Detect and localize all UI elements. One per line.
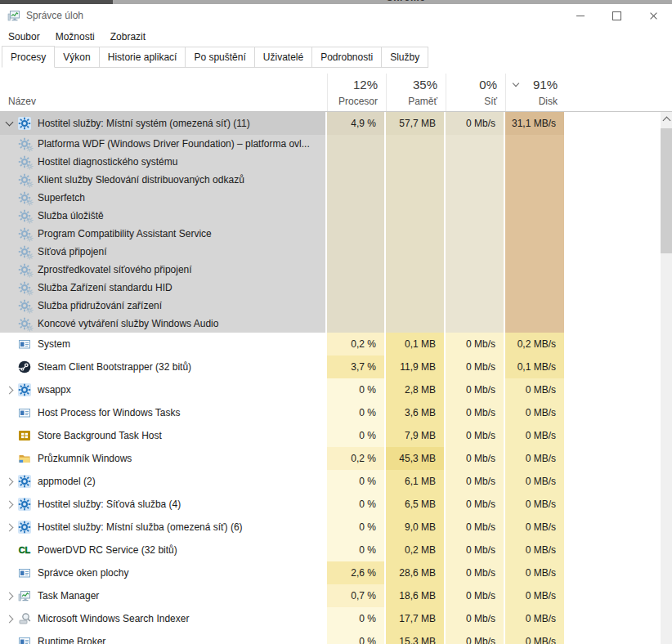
process-row[interactable]: wsappx 0 % 2,8 MB 0 Mb/s 0 MB/s — [0, 378, 661, 401]
chevron-right-icon[interactable] — [6, 386, 14, 394]
taskmgr-icon — [18, 589, 31, 602]
process-row[interactable]: Hostitel služby: Místní služba (omezená … — [0, 516, 661, 539]
memory-cell — [386, 171, 444, 189]
process-row[interactable]: appmodel (2) 0 % 6,1 MB 0 Mb/s 0 MB/s — [0, 470, 661, 493]
gear-icon — [18, 117, 31, 130]
sort-descending-icon — [513, 80, 519, 87]
process-name: Store Background Task Host — [38, 430, 162, 441]
process-name: Steam Client Bootstrapper (32 bitů) — [38, 361, 191, 373]
service-row[interactable]: Síťová připojení — [0, 243, 661, 261]
disk-cell: 0 MB/s — [505, 493, 564, 516]
network-cell — [446, 297, 504, 315]
cpu-cell: 0 % — [327, 424, 384, 447]
cpu-cell: 4,9 % — [327, 112, 384, 135]
scroll-up-button[interactable] — [661, 112, 672, 126]
process-row[interactable]: Hostitel služby: Síťová služba (4) 0 % 6… — [0, 493, 661, 516]
process-row[interactable]: Host Process for Windows Tasks 0 % 3,6 M… — [0, 401, 661, 424]
minimize-button[interactable] — [562, 4, 598, 27]
menu-zobrazit[interactable]: Zobrazit — [110, 31, 146, 42]
memory-cell — [386, 315, 444, 333]
memory-cell — [386, 261, 444, 279]
menu-bar: Soubor Možnosti Zobrazit — [0, 27, 672, 47]
service-gear-icon — [18, 209, 31, 222]
service-gear-icon — [18, 245, 31, 258]
process-row[interactable]: Steam Client Bootstrapper (32 bitů) 3,7 … — [0, 356, 661, 378]
cpu-cell — [327, 315, 384, 333]
service-gear-icon — [18, 299, 31, 312]
network-cell: 0 Mb/s — [446, 401, 504, 424]
service-name: Program Compatibility Assistant Service — [38, 228, 212, 239]
column-header-memory[interactable]: 35% Paměť — [386, 74, 446, 111]
chevron-up-icon — [662, 116, 670, 124]
service-gear-icon — [18, 317, 31, 330]
close-button[interactable] — [635, 4, 672, 27]
maximize-button[interactable] — [598, 4, 635, 27]
network-cell — [446, 135, 504, 153]
service-name: Služba přidružování zařízení — [38, 300, 162, 311]
service-row[interactable]: Zprostředkovatel síťového připojení — [0, 261, 661, 279]
tab-po-spusteni[interactable]: Po spuštění — [185, 47, 254, 68]
process-row[interactable]: Správce oken plochy 2,6 % 28,6 MB 0 Mb/s… — [0, 561, 661, 584]
memory-cell — [386, 189, 444, 207]
store-icon — [18, 429, 31, 442]
column-header-name[interactable]: Název — [0, 74, 326, 111]
cpu-cell: 0 % — [327, 401, 384, 424]
tab-procesy[interactable]: Procesy — [2, 46, 55, 68]
service-row[interactable]: Služba přidružování zařízení — [0, 297, 661, 315]
scrollbar-thumb[interactable] — [661, 128, 672, 253]
disk-cell — [505, 243, 564, 261]
chevron-right-icon[interactable] — [6, 615, 14, 623]
chevron-right-icon[interactable] — [6, 592, 14, 600]
chevron-right-icon[interactable] — [6, 523, 14, 531]
process-name-cell: Hostitel služby: Místní služba (omezená … — [0, 516, 325, 539]
memory-cell: 18,6 MB — [386, 584, 444, 607]
memory-cell — [386, 207, 444, 225]
service-row[interactable]: Služba úložiště — [0, 207, 661, 225]
service-row[interactable]: Klient služby Sledování distribuovaných … — [0, 171, 661, 189]
window-icon — [18, 635, 31, 644]
process-row[interactable]: Runtime Broker 0 % 15,3 MB 0 Mb/s 0 MB/s — [0, 630, 661, 644]
chevron-right-icon[interactable] — [6, 477, 14, 485]
menu-moznosti[interactable]: Možnosti — [56, 31, 95, 42]
service-row[interactable]: Koncové vytváření služby Windows Audio — [0, 315, 661, 333]
service-row[interactable]: Platforma WDF (Windows Driver Foundation… — [0, 135, 661, 153]
service-row[interactable]: Služba Zařízení standardu HID — [0, 279, 661, 297]
memory-cell: 3,6 MB — [386, 401, 444, 424]
column-header-network[interactable]: 0% Síť — [446, 74, 505, 111]
cpu-cell — [327, 153, 384, 171]
chevron-down-icon[interactable] — [6, 119, 14, 127]
process-row[interactable]: System 0,2 % 0,1 MB 0 Mb/s 0,2 MB/s — [0, 333, 661, 356]
process-row[interactable]: Microsoft Windows Search Indexer 0 % 17,… — [0, 607, 661, 630]
cyberlink-icon: CL — [18, 543, 31, 557]
service-name: Superfetch — [38, 192, 85, 203]
service-row[interactable]: Hostitel diagnostického systému — [0, 153, 661, 171]
vertical-scrollbar[interactable] — [661, 112, 672, 644]
network-cell: 0 Mb/s — [446, 378, 504, 401]
cpu-column-label: Procesor — [338, 96, 378, 107]
process-name-cell: Runtime Broker — [0, 630, 325, 644]
tab-podrobnosti[interactable]: Podrobnosti — [311, 47, 382, 68]
tab-uzivatele[interactable]: Uživatelé — [254, 47, 312, 68]
process-row[interactable]: CL PowerDVD RC Service (32 bitů) 0 % 0,2… — [0, 539, 661, 561]
service-name: Hostitel diagnostického systému — [38, 156, 177, 168]
tab-historie-aplikaci[interactable]: Historie aplikací — [99, 47, 186, 68]
tab-sluzby[interactable]: Služby — [381, 47, 428, 68]
service-row[interactable]: Program Compatibility Assistant Service — [0, 225, 661, 243]
column-header-disk[interactable]: 91% Disk — [505, 74, 566, 111]
column-header-cpu[interactable]: 12% Procesor — [327, 74, 386, 111]
tab-vykon[interactable]: Výkon — [54, 47, 99, 68]
chevron-right-icon[interactable] — [6, 500, 14, 508]
cpu-cell — [327, 297, 384, 315]
process-row[interactable]: Průzkumník Windows 0,2 % 45,3 MB 0 Mb/s … — [0, 447, 661, 470]
service-row[interactable]: Superfetch — [0, 189, 661, 207]
memory-column-label: Paměť — [408, 96, 437, 107]
process-group-row-selected[interactable]: Hostitel služby: Místní systém (omezená … — [0, 112, 661, 135]
process-row[interactable]: Task Manager 0,7 % 18,6 MB 0 Mb/s 0 MB/s — [0, 584, 661, 607]
disk-cell: 0 MB/s — [505, 561, 564, 584]
process-row[interactable]: Store Background Task Host 0 % 7,9 MB 0 … — [0, 424, 661, 447]
background-window-strip: Chrome — [0, 0, 672, 4]
service-name: Platforma WDF (Windows Driver Foundation… — [38, 138, 310, 150]
disk-cell: 0 MB/s — [505, 470, 564, 493]
menu-soubor[interactable]: Soubor — [8, 31, 40, 42]
minimize-icon — [576, 16, 585, 16]
